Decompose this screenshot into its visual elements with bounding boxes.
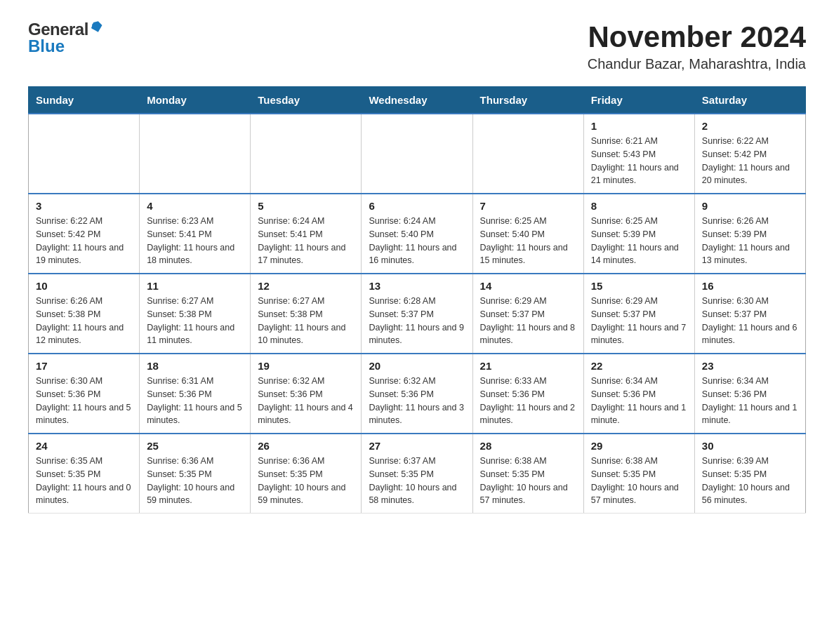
day-info: Sunrise: 6:22 AMSunset: 5:42 PMDaylight:… xyxy=(702,135,798,187)
title-section: November 2024 Chandur Bazar, Maharashtra… xyxy=(588,21,806,72)
day-number: 8 xyxy=(591,200,687,212)
day-info: Sunrise: 6:36 AMSunset: 5:35 PMDaylight:… xyxy=(147,455,243,507)
calendar-cell: 2Sunrise: 6:22 AMSunset: 5:42 PMDaylight… xyxy=(694,114,805,194)
day-number: 6 xyxy=(369,200,465,212)
day-number: 30 xyxy=(702,440,798,452)
calendar-cell: 19Sunrise: 6:32 AMSunset: 5:36 PMDayligh… xyxy=(251,354,362,434)
calendar-cell: 15Sunrise: 6:29 AMSunset: 5:37 PMDayligh… xyxy=(583,274,694,354)
day-number: 11 xyxy=(147,280,243,292)
col-monday: Monday xyxy=(140,87,251,114)
col-friday: Friday xyxy=(583,87,694,114)
day-number: 7 xyxy=(480,200,576,212)
page-header: General Blue November 2024 Chandur Bazar… xyxy=(28,21,806,72)
calendar-cell: 18Sunrise: 6:31 AMSunset: 5:36 PMDayligh… xyxy=(140,354,251,434)
calendar-cell: 16Sunrise: 6:30 AMSunset: 5:37 PMDayligh… xyxy=(694,274,805,354)
calendar-cell: 7Sunrise: 6:25 AMSunset: 5:40 PMDaylight… xyxy=(472,194,583,274)
day-info: Sunrise: 6:38 AMSunset: 5:35 PMDaylight:… xyxy=(480,455,576,507)
calendar-cell: 13Sunrise: 6:28 AMSunset: 5:37 PMDayligh… xyxy=(362,274,472,354)
calendar-title: November 2024 xyxy=(588,21,806,53)
day-number: 28 xyxy=(480,440,576,452)
day-info: Sunrise: 6:24 AMSunset: 5:40 PMDaylight:… xyxy=(369,215,465,267)
calendar-week-1: 1Sunrise: 6:21 AMSunset: 5:43 PMDaylight… xyxy=(29,114,806,194)
days-of-week-row: Sunday Monday Tuesday Wednesday Thursday… xyxy=(29,87,806,114)
calendar-week-3: 10Sunrise: 6:26 AMSunset: 5:38 PMDayligh… xyxy=(29,274,806,354)
day-info: Sunrise: 6:33 AMSunset: 5:36 PMDaylight:… xyxy=(480,375,576,427)
calendar-cell: 9Sunrise: 6:26 AMSunset: 5:39 PMDaylight… xyxy=(694,194,805,274)
calendar-cell xyxy=(29,114,140,194)
calendar-week-2: 3Sunrise: 6:22 AMSunset: 5:42 PMDaylight… xyxy=(29,194,806,274)
day-number: 17 xyxy=(36,360,132,372)
day-number: 10 xyxy=(36,280,132,292)
day-number: 22 xyxy=(591,360,687,372)
day-info: Sunrise: 6:37 AMSunset: 5:35 PMDaylight:… xyxy=(369,455,465,507)
calendar-cell: 29Sunrise: 6:38 AMSunset: 5:35 PMDayligh… xyxy=(583,434,694,514)
calendar-cell xyxy=(251,114,362,194)
calendar-cell: 21Sunrise: 6:33 AMSunset: 5:36 PMDayligh… xyxy=(472,354,583,434)
day-info: Sunrise: 6:24 AMSunset: 5:41 PMDaylight:… xyxy=(258,215,354,267)
day-info: Sunrise: 6:26 AMSunset: 5:38 PMDaylight:… xyxy=(36,295,132,347)
calendar-cell: 26Sunrise: 6:36 AMSunset: 5:35 PMDayligh… xyxy=(251,434,362,514)
day-number: 24 xyxy=(36,440,132,452)
col-wednesday: Wednesday xyxy=(362,87,472,114)
day-number: 2 xyxy=(702,120,798,132)
day-number: 20 xyxy=(369,360,465,372)
day-number: 4 xyxy=(147,200,243,212)
day-number: 25 xyxy=(147,440,243,452)
day-number: 14 xyxy=(480,280,576,292)
calendar-cell: 6Sunrise: 6:24 AMSunset: 5:40 PMDaylight… xyxy=(362,194,472,274)
day-info: Sunrise: 6:28 AMSunset: 5:37 PMDaylight:… xyxy=(369,295,465,347)
col-saturday: Saturday xyxy=(694,87,805,114)
calendar-header: Sunday Monday Tuesday Wednesday Thursday… xyxy=(29,87,806,114)
day-info: Sunrise: 6:32 AMSunset: 5:36 PMDaylight:… xyxy=(258,375,354,427)
day-number: 21 xyxy=(480,360,576,372)
day-info: Sunrise: 6:25 AMSunset: 5:40 PMDaylight:… xyxy=(480,215,576,267)
day-info: Sunrise: 6:26 AMSunset: 5:39 PMDaylight:… xyxy=(702,215,798,267)
calendar-cell: 25Sunrise: 6:36 AMSunset: 5:35 PMDayligh… xyxy=(140,434,251,514)
day-number: 26 xyxy=(258,440,354,452)
calendar-cell xyxy=(472,114,583,194)
day-number: 27 xyxy=(369,440,465,452)
calendar-cell xyxy=(140,114,251,194)
calendar-cell: 11Sunrise: 6:27 AMSunset: 5:38 PMDayligh… xyxy=(140,274,251,354)
calendar-cell: 28Sunrise: 6:38 AMSunset: 5:35 PMDayligh… xyxy=(472,434,583,514)
day-info: Sunrise: 6:27 AMSunset: 5:38 PMDaylight:… xyxy=(147,295,243,347)
calendar-week-5: 24Sunrise: 6:35 AMSunset: 5:35 PMDayligh… xyxy=(29,434,806,514)
day-number: 15 xyxy=(591,280,687,292)
calendar-cell: 20Sunrise: 6:32 AMSunset: 5:36 PMDayligh… xyxy=(362,354,472,434)
day-info: Sunrise: 6:38 AMSunset: 5:35 PMDaylight:… xyxy=(591,455,687,507)
col-sunday: Sunday xyxy=(29,87,140,114)
calendar-subtitle: Chandur Bazar, Maharashtra, India xyxy=(588,56,806,72)
day-info: Sunrise: 6:35 AMSunset: 5:35 PMDaylight:… xyxy=(36,455,132,507)
day-number: 29 xyxy=(591,440,687,452)
day-info: Sunrise: 6:25 AMSunset: 5:39 PMDaylight:… xyxy=(591,215,687,267)
calendar-cell: 24Sunrise: 6:35 AMSunset: 5:35 PMDayligh… xyxy=(29,434,140,514)
day-info: Sunrise: 6:36 AMSunset: 5:35 PMDaylight:… xyxy=(258,455,354,507)
day-info: Sunrise: 6:27 AMSunset: 5:38 PMDaylight:… xyxy=(258,295,354,347)
calendar-cell: 17Sunrise: 6:30 AMSunset: 5:36 PMDayligh… xyxy=(29,354,140,434)
calendar-cell: 3Sunrise: 6:22 AMSunset: 5:42 PMDaylight… xyxy=(29,194,140,274)
logo-arrow-icon xyxy=(91,21,103,36)
calendar-cell: 22Sunrise: 6:34 AMSunset: 5:36 PMDayligh… xyxy=(583,354,694,434)
day-number: 18 xyxy=(147,360,243,372)
calendar-cell: 27Sunrise: 6:37 AMSunset: 5:35 PMDayligh… xyxy=(362,434,472,514)
day-number: 1 xyxy=(591,120,687,132)
day-info: Sunrise: 6:29 AMSunset: 5:37 PMDaylight:… xyxy=(480,295,576,347)
day-number: 23 xyxy=(702,360,798,372)
calendar-cell: 4Sunrise: 6:23 AMSunset: 5:41 PMDaylight… xyxy=(140,194,251,274)
calendar-cell: 1Sunrise: 6:21 AMSunset: 5:43 PMDaylight… xyxy=(583,114,694,194)
day-info: Sunrise: 6:31 AMSunset: 5:36 PMDaylight:… xyxy=(147,375,243,427)
logo-general-text: General xyxy=(28,21,88,38)
logo-blue-text: Blue xyxy=(28,36,65,55)
day-number: 13 xyxy=(369,280,465,292)
calendar-body: 1Sunrise: 6:21 AMSunset: 5:43 PMDaylight… xyxy=(29,114,806,514)
col-tuesday: Tuesday xyxy=(251,87,362,114)
day-info: Sunrise: 6:30 AMSunset: 5:37 PMDaylight:… xyxy=(702,295,798,347)
col-thursday: Thursday xyxy=(472,87,583,114)
calendar-week-4: 17Sunrise: 6:30 AMSunset: 5:36 PMDayligh… xyxy=(29,354,806,434)
calendar-cell: 8Sunrise: 6:25 AMSunset: 5:39 PMDaylight… xyxy=(583,194,694,274)
day-info: Sunrise: 6:32 AMSunset: 5:36 PMDaylight:… xyxy=(369,375,465,427)
calendar-cell: 30Sunrise: 6:39 AMSunset: 5:35 PMDayligh… xyxy=(694,434,805,514)
day-number: 12 xyxy=(258,280,354,292)
day-info: Sunrise: 6:22 AMSunset: 5:42 PMDaylight:… xyxy=(36,215,132,267)
calendar-cell: 12Sunrise: 6:27 AMSunset: 5:38 PMDayligh… xyxy=(251,274,362,354)
